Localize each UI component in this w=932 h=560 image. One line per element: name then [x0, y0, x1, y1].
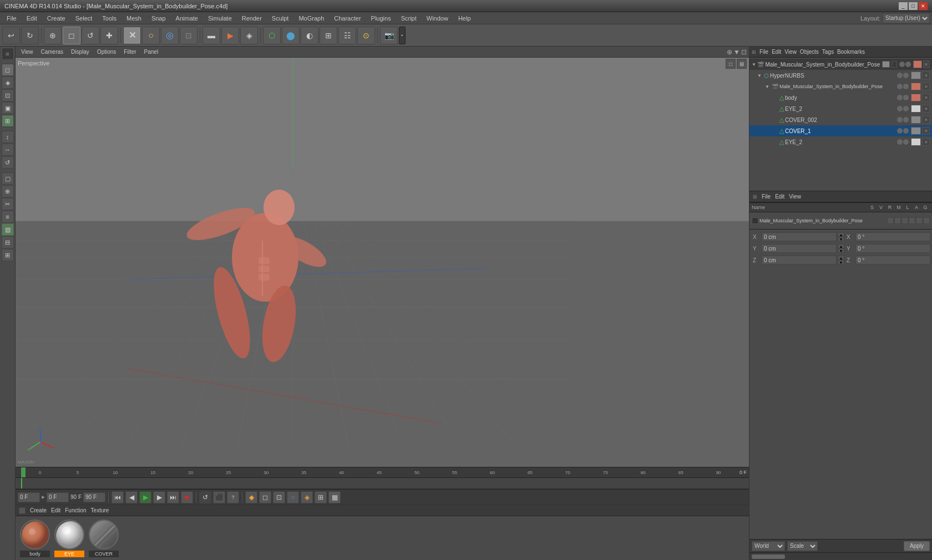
vp-ctrl-3[interactable]: ⊡ — [741, 48, 747, 56]
sphere-btn[interactable]: ⬡ — [263, 27, 281, 44]
y-rot-input[interactable]: 0 ° — [855, 244, 930, 253]
material-item-eye[interactable]: EYE — [54, 520, 84, 557]
menu-simulate[interactable]: Simulate — [204, 14, 236, 23]
vp-menu-filter[interactable]: Filter — [120, 48, 139, 55]
tp-menu-view[interactable]: View — [789, 194, 801, 200]
vp-menu-options[interactable]: Options — [94, 48, 119, 55]
polygon-mode-btn[interactable]: ▣ — [2, 102, 14, 114]
z-pos-down[interactable]: ▼ — [838, 260, 844, 264]
ipr-btn[interactable]: ◈ — [240, 27, 258, 44]
knife-tool-btn[interactable]: ✂ — [2, 198, 14, 210]
prev-frame-btn[interactable]: ◀ — [125, 491, 138, 503]
next-frame-btn[interactable]: ▶ — [153, 491, 165, 503]
om-row-root[interactable]: ▼ 🎬 Male_Muscular_System_in_Bodybuilder_… — [749, 59, 932, 70]
model-mode-btn[interactable]: ◻ — [2, 64, 14, 76]
camera-btn[interactable]: 📷 — [380, 27, 398, 44]
rotate-button[interactable]: ↺ — [82, 27, 99, 44]
material-item-body[interactable]: body — [20, 520, 50, 557]
light-btn[interactable]: ⊙ — [357, 27, 375, 44]
select-tool-btn[interactable]: ▢ — [2, 172, 14, 185]
om-header-bookmarks[interactable]: Bookmarks — [837, 49, 865, 55]
viewport-icon-1[interactable]: □ — [726, 59, 736, 69]
om-header-view[interactable]: View — [784, 49, 797, 55]
om-expand-male[interactable]: ▼ — [765, 84, 771, 89]
select-mode-btn[interactable]: ✕ — [123, 27, 141, 44]
vp-menu-view[interactable]: View — [18, 48, 37, 55]
frame-display-input[interactable] — [47, 492, 69, 502]
key-btn-3[interactable]: ⊡ — [273, 491, 285, 503]
om-row-male-sub[interactable]: ▼ 🎬 Male_Muscular_System_in_Bodybuilder_… — [749, 81, 932, 92]
viewport-icon-2[interactable]: ⊞ — [737, 59, 747, 69]
om-row-cover002[interactable]: △ COVER_002 ✕ — [749, 114, 932, 125]
vp-menu-cameras[interactable]: Cameras — [38, 48, 67, 55]
vp-ctrl-2[interactable]: ▼ — [733, 48, 740, 56]
vp-menu-display[interactable]: Display — [68, 48, 93, 55]
help-btn[interactable]: ? — [227, 491, 239, 503]
menu-sculpt[interactable]: Sculpt — [267, 14, 293, 23]
mat-menu-create[interactable]: Create — [30, 507, 47, 513]
menu-character[interactable]: Character — [330, 14, 365, 23]
transform-mode-select[interactable]: Scale Move Rotate — [787, 541, 818, 551]
material-item-cover[interactable]: COVER — [89, 520, 119, 557]
z-pos-input[interactable]: 0 cm — [762, 256, 837, 264]
menu-window[interactable]: Window — [422, 14, 453, 23]
menu-mograph[interactable]: MoGraph — [294, 14, 328, 23]
object-btn[interactable]: ⬤ — [282, 27, 300, 44]
key-btn-6[interactable]: ⊞ — [315, 491, 327, 503]
key-btn-1[interactable]: ◆ — [245, 491, 257, 503]
goto-end-btn[interactable]: ⏭ — [167, 491, 179, 503]
menu-help[interactable]: Help — [454, 14, 475, 23]
timeline-playhead[interactable] — [21, 478, 22, 488]
y-pos-input[interactable]: 0 cm — [762, 244, 837, 253]
om-expand-root[interactable]: ▼ — [752, 62, 756, 67]
redo-button[interactable]: ↻ — [21, 27, 39, 44]
mesh-mode-btn[interactable]: ◈ — [2, 77, 14, 89]
apply-button[interactable]: Apply — [904, 541, 930, 551]
cube-button[interactable]: ◻ — [63, 27, 80, 44]
brush-tool-btn[interactable]: ≡ — [2, 211, 14, 223]
om-row-eye2[interactable]: △ EYE_2 ✕ — [749, 103, 932, 114]
y-pos-up[interactable]: ▲ — [838, 244, 844, 248]
om-row-cover1[interactable]: △ COVER_1 ✕ — [749, 125, 932, 136]
grid-btn[interactable]: ⊞ — [320, 27, 337, 44]
key-btn-5[interactable]: ◈ — [301, 491, 313, 503]
render-btn[interactable]: ▶ — [221, 27, 239, 44]
om-header-file[interactable]: File — [759, 49, 768, 55]
symmetry-btn[interactable]: ⊟ — [2, 236, 14, 248]
mat-menu-texture[interactable]: Texture — [91, 507, 109, 513]
menu-create[interactable]: Create — [43, 14, 70, 23]
menu-select[interactable]: Select — [71, 14, 97, 23]
render-settings-btn[interactable]: ▬ — [202, 27, 220, 44]
move-tool-btn[interactable]: ↕ — [2, 131, 14, 143]
coord-system-select[interactable]: World Local Object — [752, 541, 785, 551]
om-header-edit[interactable]: Edit — [772, 49, 781, 55]
x-pos-up[interactable]: ▲ — [838, 232, 844, 237]
minimize-button[interactable]: _ — [899, 2, 908, 10]
undo-button[interactable]: ↩ — [2, 27, 20, 44]
menu-mesh[interactable]: Mesh — [122, 14, 146, 23]
vp-menu-panel[interactable]: Panel — [141, 48, 162, 55]
extras-btn[interactable]: ▪ — [399, 27, 406, 44]
menu-snap[interactable]: Snap — [147, 14, 170, 23]
goto-start-btn[interactable]: ⏮ — [112, 491, 124, 503]
om-header-objects[interactable]: Objects — [800, 49, 819, 55]
key-btn-2[interactable]: ◻ — [259, 491, 271, 503]
y-pos-down[interactable]: ▼ — [838, 248, 844, 253]
uv-mode-btn[interactable]: ⊞ — [2, 115, 14, 127]
om-row-eye2b[interactable]: △ EYE_2 ✕ — [749, 136, 932, 147]
floor-btn[interactable]: ☷ — [338, 27, 356, 44]
play-btn[interactable]: ▶ — [139, 491, 151, 503]
layout-select[interactable]: Startup (User) — [883, 13, 930, 23]
om-row-hypernurbs[interactable]: ▼ ⬡ HyperNURBS ✕ — [749, 70, 932, 81]
tp-menu-edit[interactable]: Edit — [775, 194, 784, 200]
viewport-3d[interactable]: Perspective □ ⊞ X Y Z MAXON — [16, 58, 749, 467]
z-pos-up[interactable]: ▲ — [838, 256, 844, 260]
loop-btn[interactable]: ↺ — [199, 491, 211, 503]
close-button[interactable]: ✕ — [919, 2, 928, 10]
current-frame-input[interactable]: 0 F — [18, 492, 40, 502]
bottom-scrollbar[interactable] — [749, 552, 932, 560]
om-row-body[interactable]: △ body ✕ — [749, 92, 932, 103]
z-rot-input[interactable]: 0 ° — [855, 256, 930, 264]
edge-mode-btn[interactable]: ⊡ — [2, 89, 14, 101]
menu-file[interactable]: File — [2, 14, 21, 23]
